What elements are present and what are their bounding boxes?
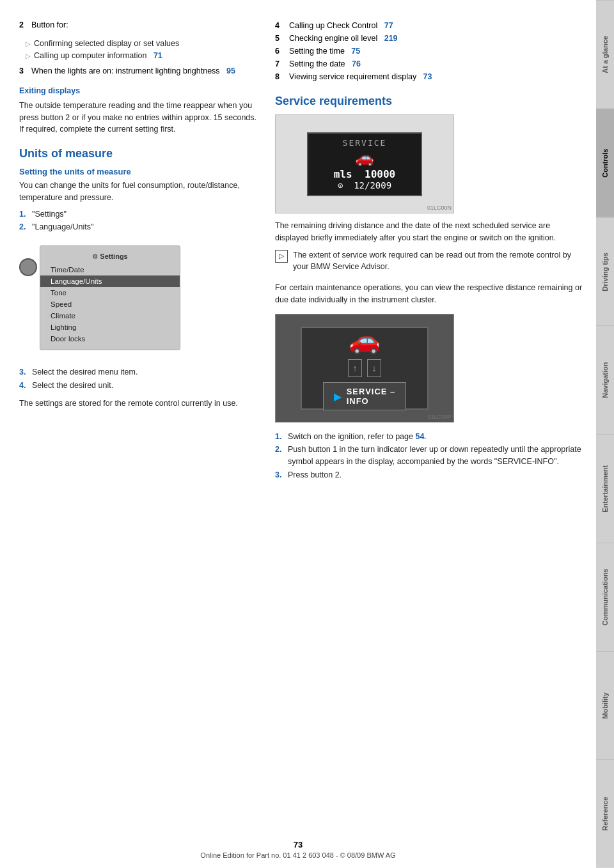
page-number: 73 <box>0 840 596 849</box>
service-steps: 1. Switch on the ignition, refer to page… <box>275 430 583 482</box>
sidebar-tab-driving-tips-label: Driving tips <box>601 252 609 291</box>
sidebar-tab-mobility-label: Mobility <box>601 692 609 719</box>
intro-list: 2 Button for: <box>19 19 262 31</box>
sidebar-tab-entertainment[interactable]: Entertainment <box>596 434 614 543</box>
setting-units-subtitle: Setting the units of measure <box>19 167 262 176</box>
svc-step1-num: 1. <box>275 431 284 443</box>
sidebar-tabs: At a glance Controls Driving tips Naviga… <box>596 0 614 868</box>
svc-step2-text: Push button 1 in the turn indicator leve… <box>288 444 583 468</box>
service-display-image: SERVICE 🚗 mls 10000 ⊙ 12/2009 01LC00N <box>275 114 454 213</box>
service-step-1: 1. Switch on the ignition, refer to page… <box>275 430 583 444</box>
right-column: 4 Calling up Check Control 77 5 Checking… <box>275 19 583 849</box>
bullet-2-text: Calling up computer information 71 <box>34 50 162 62</box>
units-of-measure-title: Units of measure <box>19 147 262 160</box>
sidebar-tab-at-a-glance[interactable]: At a glance <box>596 0 614 109</box>
step4-num: 4. <box>19 380 28 392</box>
header-item-7: 7 Setting the date 76 <box>275 58 583 70</box>
service-info-screen: 🚗 ↑ ↓ ▶ SERVICE –INFO <box>301 327 429 410</box>
service-note2: For certain maintenance operations, you … <box>275 282 583 306</box>
item2-bullets: Confirming selected display or set value… <box>26 38 262 62</box>
sidebar-tab-navigation[interactable]: Navigation <box>596 325 614 434</box>
car-icon-large: 🚗 <box>349 325 381 355</box>
menu-item-tone: Tone <box>40 287 180 298</box>
units-step-3: 3. Select the desired menu item. <box>19 366 262 379</box>
settings-menu-image: ⚙ Settings Time/Date Language/Units Tone… <box>40 245 180 350</box>
h7-num: 7 <box>275 58 284 70</box>
car-icon: 🚗 <box>355 149 374 167</box>
service-label: SERVICE <box>343 138 387 148</box>
header-item-6: 6 Setting the time 75 <box>275 45 583 58</box>
header-item-8: 8 Viewing service requirement display 73 <box>275 70 583 83</box>
img-tag-1: 01LC00N <box>427 205 452 211</box>
sidebar-tab-controls[interactable]: Controls <box>596 109 614 217</box>
item2-label: Button for: <box>31 19 68 31</box>
item3-list: 3 When the lights are on: instrument lig… <box>19 65 262 77</box>
menu-item-speed: Speed <box>40 298 180 310</box>
settings-menu-wrapper: ⚙ Settings Time/Date Language/Units Tone… <box>19 239 262 358</box>
exiting-displays-body: The outside temperature reading and the … <box>19 100 262 136</box>
units-body: You can change the units for fuel consum… <box>19 180 262 204</box>
units-step-2: 2. "Language/Units" <box>19 221 262 234</box>
step3-text: Select the desired menu item. <box>32 366 138 378</box>
h4-text: Calling up Check Control 77 <box>289 19 393 32</box>
miles-unit: mls <box>334 168 352 180</box>
arrow-up-icon: ↑ <box>348 359 362 377</box>
arrow-down-icon: ↓ <box>367 359 381 377</box>
item3-num: 3 <box>19 65 28 77</box>
footer-copyright: Online Edition for Part no. 01 41 2 603 … <box>0 851 596 859</box>
h6-num: 6 <box>275 45 284 58</box>
step3-num: 3. <box>19 366 28 378</box>
step4-text: Select the desired unit. <box>32 380 113 392</box>
service-note-text: The extent of service work required can … <box>293 249 583 274</box>
service-date: ⊙ 12/2009 <box>338 180 391 190</box>
header-item-4: 4 Calling up Check Control 77 <box>275 19 583 32</box>
bullet-1: Confirming selected display or set value… <box>26 38 262 50</box>
sidebar-tab-navigation-label: Navigation <box>601 362 609 398</box>
sidebar-tab-entertainment-label: Entertainment <box>601 465 609 512</box>
sidebar-tab-mobility[interactable]: Mobility <box>596 651 614 760</box>
service-miles: mls 10000 <box>334 168 395 180</box>
service-requirements-title: Service requirements <box>275 95 583 108</box>
service-info-text-box: ▶ SERVICE –INFO <box>323 382 407 410</box>
sidebar-tab-driving-tips[interactable]: Driving tips <box>596 217 614 326</box>
units-note: The settings are stored for the remote c… <box>19 398 262 410</box>
exiting-displays-title: Exiting displays <box>19 85 262 97</box>
page-footer: 73 Online Edition for Part no. 01 41 2 6… <box>0 840 596 859</box>
service-date-value: 12/2009 <box>354 180 391 190</box>
step1-text: "Settings" <box>32 208 67 221</box>
miles-value: 10000 <box>365 168 395 180</box>
header-item-5: 5 Checking engine oil level 219 <box>275 32 583 45</box>
step2-text: "Language/Units" <box>32 221 93 233</box>
svc-step3-num: 3. <box>275 469 284 481</box>
note-icon: ▷ <box>275 250 288 263</box>
units-step-1: 1. "Settings" <box>19 208 262 221</box>
h8-num: 8 <box>275 70 284 83</box>
h8-text: Viewing service requirement display 73 <box>289 70 432 83</box>
menu-item-lighting: Lighting <box>40 322 180 333</box>
svc-step1-text: Switch on the ignition, refer to page 54… <box>288 431 427 443</box>
svc-step2-num: 2. <box>275 444 284 468</box>
menu-item-climate: Climate <box>40 310 180 322</box>
item2-num: 2 <box>19 19 28 31</box>
service-info-label: SERVICE –INFO <box>347 387 396 406</box>
left-column: 2 Button for: Confirming selected displa… <box>19 19 262 849</box>
instrument-arrows: ↑ ↓ <box>348 359 381 377</box>
service-info-image: 🚗 ↑ ↓ ▶ SERVICE –INFO 01LC00P <box>275 314 454 422</box>
service-note-box: ▷ The extent of service work required ca… <box>275 249 583 277</box>
item3-label: When the lights are on: instrument light… <box>31 65 235 77</box>
h5-num: 5 <box>275 32 284 45</box>
intro-item-2: 2 Button for: <box>19 19 262 31</box>
menu-item-time-date: Time/Date <box>40 264 180 275</box>
header-list: 4 Calling up Check Control 77 5 Checking… <box>275 19 583 83</box>
sidebar-tab-communications[interactable]: Communications <box>596 543 614 651</box>
img-tag-2: 01LC00P <box>427 414 452 420</box>
sidebar-tab-at-a-glance-label: At a glance <box>601 36 609 74</box>
h7-text: Setting the date 76 <box>289 58 361 70</box>
bullet-1-text: Confirming selected display or set value… <box>34 38 179 50</box>
sidebar-tab-reference[interactable]: Reference <box>596 759 614 868</box>
settings-knob <box>19 258 37 276</box>
h4-num: 4 <box>275 19 284 32</box>
service-display-screen: SERVICE 🚗 mls 10000 ⊙ 12/2009 <box>307 132 422 196</box>
svc-step3-text: Press button 2. <box>288 469 342 481</box>
step1-num: 1. <box>19 208 28 221</box>
